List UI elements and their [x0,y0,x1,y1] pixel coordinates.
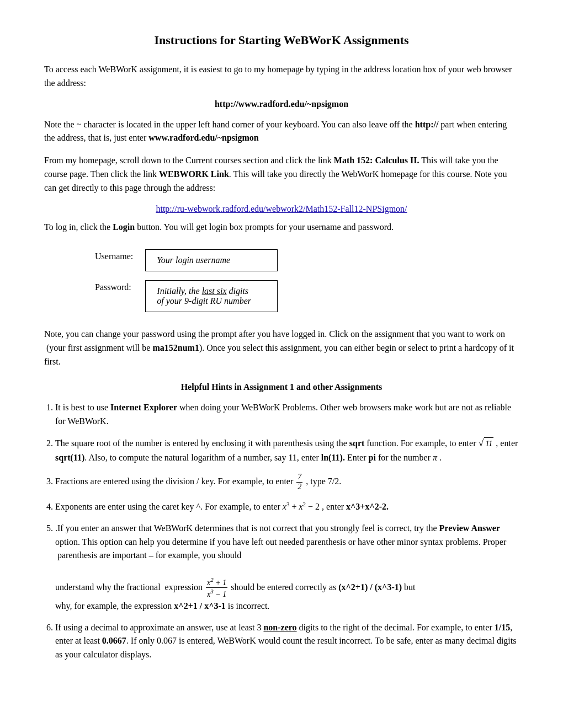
hint-item-4: Exponents are enter using the caret key … [55,500,519,514]
fractional-expression: x2 + 1 x3 − 1 [206,576,227,599]
incorrect-code: x^2+1 / x^3-1 [174,601,225,611]
frac-den: x3 − 1 [206,588,227,599]
hint-item-2: The square root of the number is entered… [55,436,519,465]
ie-bold: Internet Explorer [110,403,177,412]
intro-paragraph-1: To access each WeBWorK assignment, it is… [44,63,519,90]
fraction-1-15: 1/15 [495,623,510,632]
password-box-cell: Initially, the last six digits of your 9… [139,276,284,317]
login-prompt: To log in, click the Login button. You w… [44,221,519,234]
page-title: Instructions for Starting WeBWorK Assign… [44,33,519,47]
intro-text-1: To access each WeBWorK assignment, it is… [44,65,512,88]
url-bold: www.radford.edu/~npsigmon [148,133,258,142]
password-box[interactable]: Initially, the last six digits of your 9… [145,280,278,312]
x-var: x [299,502,302,511]
correct-code: (x^2+1) / (x^3-1) [338,582,402,592]
http-bold: http:// [415,120,439,129]
webwork-url-link[interactable]: http://ru-webwork.radford.edu/webwork2/M… [156,204,407,213]
login-bold: Login [113,222,135,232]
sqrt-example: √11 [479,436,494,451]
fraction-example: 7 2 [296,473,302,492]
exponent-code: x^3+x^2-2. [346,502,389,511]
password-row: Password: Initially, the last six digits… [88,276,284,317]
frac-num: x2 + 1 [206,576,227,588]
decimal-value: 0.0667 [102,636,126,645]
pi-symbol: π [433,453,437,462]
hint-item-6: If using a decimal to approximate an ans… [55,621,519,662]
username-box[interactable]: Your login username [145,249,278,271]
ln-bold: ln(11). [321,453,345,462]
exponent-example: x [283,502,286,511]
fraction-denominator: 2 [296,483,302,492]
password-text-pre: Initially, the [157,286,201,296]
password-label: Password: [88,276,139,317]
sqrt-bold: sqrt [349,438,365,448]
intro-paragraph-3: From my homepage, scroll down to the Cur… [44,154,519,195]
intro-paragraph-2: Note the ~ character is located in the u… [44,118,519,146]
hint-item-1: It is best to use Internet Explorer when… [55,401,519,429]
exp-3: 3 [286,501,290,507]
pi-bold: pi [369,453,376,462]
homepage-url: http://www.radford.edu/~npsigmon [44,99,519,109]
course-link-bold: Math 152: Calculus II. [334,156,419,165]
preview-bold: Preview Answer [439,523,500,533]
username-label: Username: [88,245,139,276]
sqrt-text: sqrt(11) [55,453,84,462]
username-row: Username: Your login username [88,245,284,276]
nonzero-underline: non-zero [263,623,296,632]
after-login-paragraph: Note, you can change your password using… [44,328,519,368]
username-box-cell: Your login username [139,245,284,276]
sqrt-content: 11 [484,437,493,450]
exp-2: 2 [303,501,306,507]
hint-item-3: Fractions are entered using the division… [55,473,519,492]
fraction-numerator: 7 [296,473,302,483]
password-underline: last six [202,286,227,296]
hints-list: It is best to use Internet Explorer when… [55,401,519,662]
hint-item-5: .If you enter an answer that WeBWorK det… [55,522,519,613]
assignment-bold: ma152num1 [152,343,199,352]
login-table: Username: Your login username Password: … [88,245,284,317]
webwork-link-bold: WEBWORK Link [159,169,229,179]
hints-heading: Helpful Hints in Assignment 1 and other … [44,382,519,392]
password-line2: of your 9-digit RU number [157,296,251,306]
password-text-post: digits [227,286,249,296]
webwork-url-container[interactable]: http://ru-webwork.radford.edu/webwork2/M… [44,204,519,214]
sqrt-symbol: √ [479,436,484,451]
